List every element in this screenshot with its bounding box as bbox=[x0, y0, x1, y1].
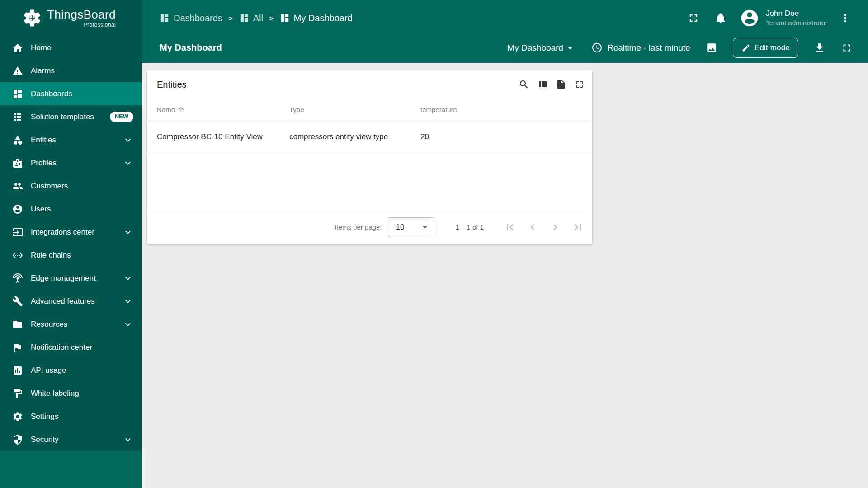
more-vert-icon[interactable] bbox=[839, 12, 852, 24]
chevron-down-icon bbox=[123, 296, 133, 307]
widget-header: Entities bbox=[147, 70, 592, 98]
warning-icon bbox=[12, 66, 23, 76]
customers-icon bbox=[12, 181, 23, 192]
column-header-temperature[interactable]: temperature bbox=[420, 106, 592, 113]
paginator-buttons bbox=[504, 221, 584, 234]
sidebar-item-alarms[interactable]: Alarms bbox=[0, 59, 142, 82]
new-badge: NEW bbox=[110, 112, 133, 122]
download-icon[interactable] bbox=[814, 42, 826, 54]
sidebar-item-api-usage[interactable]: API usage bbox=[0, 359, 142, 382]
timewindow-button[interactable]: Realtime - last minute bbox=[591, 42, 690, 53]
sidebar-item-entities[interactable]: Entities bbox=[0, 128, 142, 151]
dashboards-icon bbox=[280, 13, 290, 23]
column-header-type[interactable]: Type bbox=[289, 106, 420, 113]
dashboards-icon bbox=[12, 89, 23, 99]
sidebar-item-rule-chains[interactable]: Rule chains bbox=[0, 244, 142, 267]
entities-widget: Entities Name Type bbox=[147, 70, 592, 244]
fullscreen-icon[interactable] bbox=[574, 79, 585, 90]
export-file-icon[interactable] bbox=[556, 79, 566, 90]
breadcrumb-label: Dashboards bbox=[174, 13, 222, 23]
chevron-down-icon bbox=[123, 319, 133, 330]
search-icon[interactable] bbox=[519, 79, 529, 90]
edit-mode-button[interactable]: Edit mode bbox=[733, 38, 798, 58]
breadcrumb-item-my-dashboard[interactable]: My Dashboard bbox=[280, 13, 353, 23]
dashboard-content: Entities Name Type bbox=[142, 63, 868, 488]
timewindow-label: Realtime - last minute bbox=[607, 43, 690, 53]
sidebar-item-label: Notification center bbox=[31, 343, 92, 352]
breadcrumb-separator: > bbox=[269, 14, 274, 22]
fullscreen-icon[interactable] bbox=[841, 42, 853, 54]
first-page-icon[interactable] bbox=[504, 221, 516, 234]
widget-actions bbox=[519, 79, 585, 90]
sidebar-item-security[interactable]: Security bbox=[0, 428, 142, 451]
sidebar-nav: Home Alarms Dashboards Solution template… bbox=[0, 36, 142, 451]
sidebar-item-integrations-center[interactable]: Integrations center bbox=[0, 221, 142, 244]
sidebar-item-white-labeling[interactable]: White labeling bbox=[0, 382, 142, 405]
chevron-down-icon bbox=[123, 135, 133, 145]
dashboard-select[interactable]: My Dashboard bbox=[507, 42, 576, 54]
chevron-down-icon bbox=[123, 273, 133, 284]
edit-mode-label: Edit mode bbox=[755, 43, 790, 52]
chevron-down-icon bbox=[123, 434, 133, 445]
fullscreen-icon[interactable] bbox=[687, 12, 700, 24]
sidebar-item-label: Resources bbox=[31, 320, 67, 329]
sidebar-item-edge-management[interactable]: Edge management bbox=[0, 267, 142, 290]
sidebar-item-label: API usage bbox=[31, 366, 66, 375]
user-circle-icon bbox=[12, 204, 23, 215]
sidebar-item-label: Alarms bbox=[31, 66, 55, 75]
column-label: Name bbox=[157, 106, 175, 113]
user-info: John Doe Tenant administrator bbox=[766, 9, 827, 28]
sidebar-item-resources[interactable]: Resources bbox=[0, 313, 142, 336]
integrations-icon bbox=[12, 227, 23, 238]
tools-icon bbox=[12, 296, 23, 307]
sidebar-item-settings[interactable]: Settings bbox=[0, 405, 142, 428]
user-role: Tenant administrator bbox=[766, 19, 827, 28]
dashboard-toolbar-right: My Dashboard Realtime - last minute Edit… bbox=[507, 38, 853, 58]
sidebar-item-dashboards[interactable]: Dashboards bbox=[0, 82, 142, 105]
breadcrumb-item-dashboards[interactable]: Dashboards bbox=[160, 13, 222, 23]
breadcrumb-item-all[interactable]: All bbox=[239, 13, 263, 23]
edge-antenna-icon bbox=[12, 273, 23, 284]
sidebar-item-label: White labeling bbox=[31, 389, 79, 398]
paint-icon bbox=[12, 388, 23, 399]
column-label: temperature bbox=[420, 106, 457, 113]
sidebar-item-label: Home bbox=[31, 43, 51, 52]
prev-page-icon[interactable] bbox=[526, 221, 539, 234]
rule-chains-icon bbox=[12, 250, 23, 261]
bell-icon[interactable] bbox=[714, 12, 727, 24]
thingsboard-logo[interactable]: ThingsBoard Professional bbox=[0, 0, 142, 36]
sidebar-item-label: Profiles bbox=[31, 159, 57, 168]
items-per-page-select[interactable]: 10 bbox=[388, 217, 434, 237]
cell-type: compressors entity view type bbox=[289, 132, 420, 141]
sidebar-item-label: Edge management bbox=[31, 274, 96, 283]
sidebar-item-label: Settings bbox=[31, 412, 58, 421]
app-name: ThingsBoard bbox=[47, 8, 116, 22]
profiles-icon bbox=[12, 158, 23, 169]
dashboards-icon bbox=[239, 13, 249, 23]
topbar: Dashboards > All > My Dashboard John bbox=[142, 0, 868, 36]
breadcrumb: Dashboards > All > My Dashboard bbox=[160, 13, 353, 23]
sidebar-item-users[interactable]: Users bbox=[0, 197, 142, 221]
table-row[interactable]: Compressor BC-10 Entity View compressors… bbox=[147, 122, 592, 152]
sidebar-item-label: Customers bbox=[31, 182, 68, 191]
sidebar-item-solution-templates[interactable]: Solution templates NEW bbox=[0, 105, 142, 128]
column-label: Type bbox=[289, 106, 304, 113]
paginator-range: 1 – 1 of 1 bbox=[455, 223, 484, 231]
sort-asc-icon bbox=[177, 106, 185, 113]
sidebar-item-advanced-features[interactable]: Advanced features bbox=[0, 290, 142, 313]
next-page-icon[interactable] bbox=[549, 221, 561, 234]
avatar[interactable] bbox=[740, 8, 760, 28]
columns-icon[interactable] bbox=[537, 79, 548, 90]
column-header-name[interactable]: Name bbox=[147, 106, 289, 113]
pencil-icon bbox=[741, 43, 750, 52]
clock-icon bbox=[591, 42, 603, 53]
sidebar-item-customers[interactable]: Customers bbox=[0, 174, 142, 197]
last-page-icon[interactable] bbox=[571, 221, 584, 234]
items-per-page-value: 10 bbox=[396, 223, 404, 232]
image-icon[interactable] bbox=[706, 42, 717, 54]
sidebar-item-home[interactable]: Home bbox=[0, 36, 142, 59]
sidebar-item-notification-center[interactable]: Notification center bbox=[0, 336, 142, 359]
logo-text: ThingsBoard Professional bbox=[47, 8, 116, 28]
chevron-down-icon bbox=[564, 42, 576, 54]
sidebar-item-profiles[interactable]: Profiles bbox=[0, 151, 142, 174]
